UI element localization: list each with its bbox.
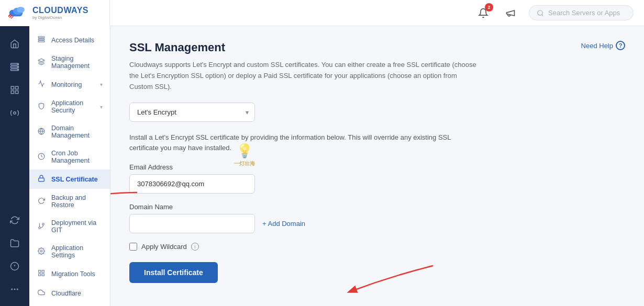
svg-point-18 [14, 112, 16, 115]
nav-folder[interactable] [4, 233, 25, 254]
sidebar-item-access-details[interactable]: Access Details [29, 30, 110, 50]
sidebar-item-backup-restore[interactable]: Backup and Restore [29, 189, 110, 214]
cloudflare-icon [37, 289, 46, 298]
nav-monitor[interactable] [4, 103, 25, 123]
ssl-type-select[interactable]: Let's Encrypt Custom SSL [129, 103, 255, 122]
sidebar-label-domain: Domain Management [51, 124, 103, 139]
git-icon [37, 222, 46, 231]
notification-badge: 2 [485, 3, 493, 12]
icon-nav [0, 26, 29, 306]
sidebar-item-app-settings[interactable]: Application Settings [29, 239, 110, 264]
sidebar-label-cron: Cron Job Management [51, 150, 103, 164]
sidebar-item-monitoring[interactable]: Monitoring ▾ [29, 75, 110, 94]
sidebar-item-cron-job[interactable]: Cron Job Management [29, 144, 110, 169]
nav-servers[interactable] [4, 56, 25, 77]
brand-name: CLOUDWAYS [32, 6, 88, 15]
content-area: SSL Management Need Help ? Cloudways sup… [129, 41, 625, 283]
svg-rect-26 [38, 39, 45, 40]
nav-more[interactable] [4, 279, 25, 300]
ssl-install-info: Install a Let's Encrypt SSL certificate … [129, 132, 480, 153]
svg-point-34 [42, 223, 45, 225]
svg-line-5 [11, 16, 13, 18]
page-title: SSL Management [129, 41, 225, 54]
svg-line-3 [8, 14, 10, 16]
nav-billing[interactable] [4, 256, 25, 277]
sidebar-item-application-security[interactable]: Application Security ▾ [29, 94, 110, 119]
nav-home[interactable] [4, 33, 25, 54]
svg-point-35 [39, 226, 41, 229]
sidebar-item-ssl-certificate[interactable]: SSL Certificate [29, 169, 110, 189]
page-header: SSL Management Need Help ? [129, 41, 625, 54]
need-help-button[interactable]: Need Help ? [581, 41, 625, 50]
sidebar-label-backup: Backup and Restore [51, 194, 103, 209]
sidebar-label-app-security: Application Security [51, 99, 95, 114]
svg-rect-38 [42, 270, 44, 273]
wildcard-label: Apply Wildcard [141, 243, 187, 251]
svg-point-6 [538, 10, 542, 15]
wildcard-checkbox[interactable] [129, 243, 137, 251]
add-domain-label: + Add Domain [262, 220, 305, 228]
sidebar-item-cloudflare[interactable]: Cloudflare [29, 284, 110, 303]
svg-point-23 [14, 289, 15, 290]
sidebar-item-deployment-git[interactable]: Deployment via GIT [29, 214, 110, 239]
logo-text: CLOUDWAYS by DigitalOcean [32, 6, 88, 20]
ssl-icon [37, 175, 46, 184]
logo-area: CLOUDWAYS by DigitalOcean [0, 0, 110, 26]
announcements-button[interactable] [502, 4, 519, 22]
domain-icon [37, 128, 46, 137]
wildcard-info-icon[interactable]: i [191, 243, 199, 251]
topbar-right: 2 Search Servers or Apps [110, 4, 644, 22]
search-icon [537, 9, 544, 17]
nav-apps[interactable] [4, 80, 25, 100]
backup-icon [37, 197, 46, 206]
help-circle-icon: ? [616, 41, 625, 50]
domain-input[interactable] [129, 214, 255, 233]
nav-refresh[interactable] [4, 210, 25, 231]
domain-row: + Add Domain [129, 214, 625, 233]
svg-rect-37 [39, 270, 41, 273]
sidebar-label-access-details: Access Details [51, 37, 94, 44]
svg-rect-25 [38, 37, 45, 38]
install-certificate-button[interactable]: Install Certificate [129, 262, 218, 283]
sidebar-label-ssl: SSL Certificate [51, 176, 98, 183]
svg-line-4 [10, 15, 12, 17]
search-bar[interactable]: Search Servers or Apps [529, 5, 634, 20]
megaphone-icon [505, 8, 516, 18]
sidebar-item-staging-management[interactable]: Staging Management [29, 50, 110, 75]
main-content: SSL Management Need Help ? Cloudways sup… [110, 26, 644, 306]
app-settings-icon [37, 247, 46, 256]
app-security-arrow: ▾ [100, 104, 103, 110]
monitoring-icon [37, 80, 46, 89]
svg-line-7 [542, 14, 543, 16]
sidebar-item-migration-tools[interactable]: Migration Tools [29, 264, 110, 284]
wildcard-row: Apply Wildcard i [129, 243, 625, 251]
svg-rect-39 [39, 274, 41, 276]
sidebar-label-staging: Staging Management [51, 55, 103, 70]
cloudways-logo-icon [8, 6, 28, 20]
add-domain-button[interactable]: + Add Domain [262, 220, 305, 228]
sidebar-label-cloudflare: Cloudflare [51, 290, 81, 297]
svg-marker-28 [38, 59, 45, 62]
svg-rect-40 [42, 274, 44, 276]
monitoring-arrow: ▾ [100, 82, 103, 87]
topbar: CLOUDWAYS by DigitalOcean 2 Search Serve… [0, 0, 644, 26]
notifications-button[interactable]: 2 [474, 4, 492, 22]
sidebar-item-domain-management[interactable]: Domain Management [29, 119, 110, 144]
brand-sub: by DigitalOcean [32, 15, 88, 20]
page-description: Cloudways supports Let's Encrypt and cus… [129, 60, 480, 92]
sidebar-label-app-settings: Application Settings [51, 244, 103, 259]
cron-icon [37, 153, 46, 162]
svg-rect-17 [16, 91, 18, 94]
ssl-type-select-wrapper: Let's Encrypt Custom SSL ▾ [129, 103, 255, 122]
sidebar-label-monitoring: Monitoring [51, 81, 82, 88]
svg-rect-14 [11, 86, 14, 89]
sidebar-label-migration: Migration Tools [51, 270, 95, 278]
nav-bottom [4, 210, 25, 300]
svg-point-22 [12, 289, 13, 290]
domain-label: Domain Name [129, 203, 625, 211]
email-input[interactable] [129, 174, 255, 194]
svg-rect-15 [16, 86, 18, 89]
sidebar: Access Details Staging Management Monito… [29, 26, 110, 306]
sidebar-label-git: Deployment via GIT [51, 219, 103, 234]
svg-point-12 [17, 66, 18, 67]
